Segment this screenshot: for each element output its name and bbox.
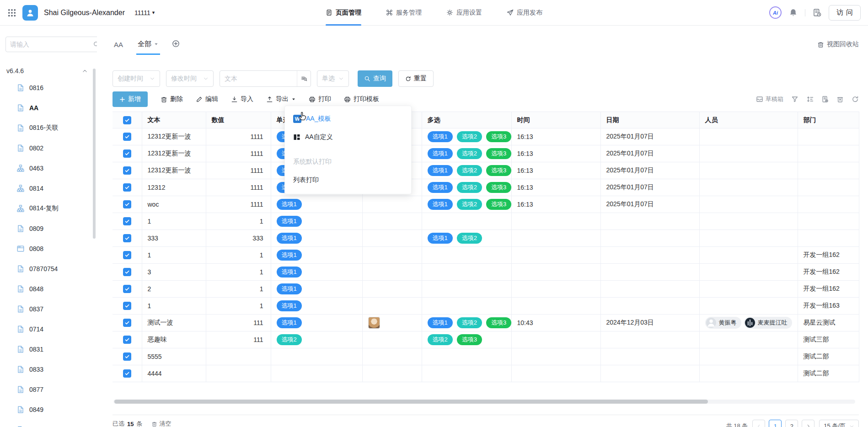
print-template-button[interactable]: 打印模板	[344, 95, 379, 103]
prev-page-button[interactable]	[752, 420, 765, 427]
next-page-button[interactable]	[802, 420, 814, 427]
row-checkbox[interactable]	[123, 336, 131, 344]
menu-item-label: 列表打印	[293, 176, 319, 184]
clear-selection-button[interactable]: 清空	[151, 420, 171, 427]
page-button-1[interactable]: 1	[769, 420, 782, 427]
view-recycle-bin[interactable]: 视图回收站	[817, 40, 859, 55]
nav-item[interactable]: 页面管理	[326, 0, 361, 25]
column-header-部门[interactable]: 部门	[798, 112, 859, 128]
row-checkbox[interactable]	[123, 352, 131, 361]
reset-button[interactable]: 重置	[398, 70, 434, 87]
total-count: 共 18 条	[726, 422, 748, 427]
row-checkbox[interactable]	[123, 268, 131, 276]
horizontal-scrollbar-track[interactable]	[113, 400, 855, 404]
print-menu-item-AA自定义[interactable]: AA自定义	[285, 128, 411, 146]
row-checkbox[interactable]	[123, 369, 131, 378]
header-left: Shai Gilgeous-Alexander 11111 ▾	[7, 5, 155, 21]
draft-box-button[interactable]: 草稿箱	[756, 95, 783, 103]
single-select-filter[interactable]: 单选	[317, 70, 349, 87]
horizontal-scrollbar-thumb[interactable]	[114, 400, 708, 404]
doc-settings-icon[interactable]	[821, 96, 829, 103]
select-all-checkbox[interactable]	[123, 116, 131, 124]
sidebar-item-0816[interactable]: 0816	[5, 78, 97, 98]
row-checkbox[interactable]	[123, 149, 131, 158]
row-checkbox[interactable]	[123, 183, 131, 192]
multi-select-pill: 选项2	[457, 199, 482, 210]
print-menu-item-列表打印[interactable]: 列表打印	[285, 171, 411, 189]
sidebar-search-input[interactable]	[5, 37, 97, 52]
import-button[interactable]: 导入	[231, 95, 253, 103]
sidebar-item-0852[interactable]: 0852	[5, 420, 97, 427]
bell-icon[interactable]	[789, 8, 798, 17]
column-header-数值[interactable]: 数值	[206, 112, 271, 128]
sidebar-item-0849[interactable]: 0849	[5, 400, 97, 420]
sidebar-item-07870754[interactable]: 07870754	[5, 259, 97, 279]
sidebar-item-0831[interactable]: 0831	[5, 339, 97, 359]
add-view-button[interactable]	[172, 40, 180, 55]
nav-item[interactable]: 服务管理	[386, 0, 422, 25]
print-menu-item-AA_模板[interactable]: WAA_模板	[285, 110, 411, 128]
recycle-bin-label: 视图回收站	[827, 40, 859, 48]
page-size-select[interactable]: 15 条/页	[819, 420, 859, 427]
row-checkbox[interactable]	[123, 251, 131, 259]
column-header-文本[interactable]: 文本	[142, 112, 206, 128]
row-height-icon[interactable]	[806, 96, 814, 103]
visit-button[interactable]: 访问	[829, 5, 861, 21]
sidebar-item-0814-复制[interactable]: 0814-复制	[5, 198, 97, 219]
workspace-switcher[interactable]: 11111 ▾	[134, 9, 155, 16]
ai-assistant-button[interactable]: Ai	[769, 6, 782, 19]
create-time-select[interactable]: 创建时间	[113, 70, 160, 87]
row-checkbox[interactable]	[123, 200, 131, 208]
row-checkbox[interactable]	[123, 133, 131, 141]
delete-button[interactable]: 删除	[161, 95, 183, 103]
sidebar-item-0833[interactable]: 0833	[5, 359, 97, 379]
query-button[interactable]: 查询	[358, 70, 392, 87]
column-header-日期[interactable]: 日期	[600, 112, 699, 128]
view-tab-全部[interactable]: 全部	[136, 40, 160, 55]
nav-item[interactable]: 应用设置	[446, 0, 482, 25]
cell-time: 16:13	[511, 128, 600, 145]
modify-time-select[interactable]: 修改时间	[166, 70, 214, 87]
sidebar-group-version[interactable]: v6.4.6	[5, 64, 97, 78]
sidebar-item-AA[interactable]: AA	[5, 98, 97, 118]
column-header-时间[interactable]: 时间	[511, 112, 600, 128]
sidebar-item-0463[interactable]: 0463	[5, 158, 97, 178]
version-label: v6.4.6	[6, 67, 24, 75]
sidebar-item-0814[interactable]: 0814	[5, 178, 97, 198]
row-checkbox[interactable]	[123, 302, 131, 310]
funnel-icon[interactable]	[791, 96, 798, 103]
sidebar-item-0848[interactable]: 0848	[5, 279, 97, 299]
trash-box-icon[interactable]	[836, 96, 844, 103]
page-button-2[interactable]: 2	[785, 420, 798, 427]
sidebar-item-0837[interactable]: 0837	[5, 299, 97, 319]
export-button[interactable]: 导出	[266, 95, 296, 103]
user-avatar[interactable]	[22, 5, 38, 21]
column-header-人员[interactable]: 人员	[699, 112, 798, 128]
sidebar-item-0714[interactable]: 0714	[5, 319, 97, 339]
edit-button[interactable]: 编辑	[196, 95, 218, 103]
row-checkbox[interactable]	[123, 166, 131, 175]
sidebar-item-0808[interactable]: 0808	[5, 239, 97, 259]
add-record-button[interactable]: 新增	[113, 91, 148, 107]
filter-search-icon[interactable]	[297, 71, 311, 86]
sidebar-item-0877[interactable]: 0877	[5, 379, 97, 400]
doc-history-icon[interactable]	[813, 8, 821, 17]
nav-item[interactable]: 应用发布	[507, 0, 542, 25]
print-button[interactable]: 打印	[309, 95, 331, 103]
pagination: 共 18 条 12 15 条/页	[726, 420, 859, 427]
sidebar-item-0816-关联[interactable]: 0816-关联	[5, 118, 97, 138]
row-checkbox[interactable]	[123, 285, 131, 293]
column-header-多选[interactable]: 多选	[422, 112, 511, 128]
text-filter-input[interactable]	[220, 75, 297, 82]
sidebar-item-0802[interactable]: 0802	[5, 138, 97, 158]
sidebar-item-0809[interactable]: 0809	[5, 219, 97, 239]
view-tab-AA[interactable]: AA	[113, 41, 124, 55]
sidebar-scrollbar[interactable]	[93, 69, 96, 239]
row-checkbox[interactable]	[123, 234, 131, 242]
refresh-icon[interactable]	[852, 96, 859, 103]
row-checkbox[interactable]	[123, 319, 131, 327]
row-checkbox[interactable]	[123, 217, 131, 225]
image-thumbnail[interactable]	[368, 317, 380, 329]
search-input[interactable]	[10, 41, 93, 48]
app-grid-icon[interactable]	[7, 8, 16, 17]
